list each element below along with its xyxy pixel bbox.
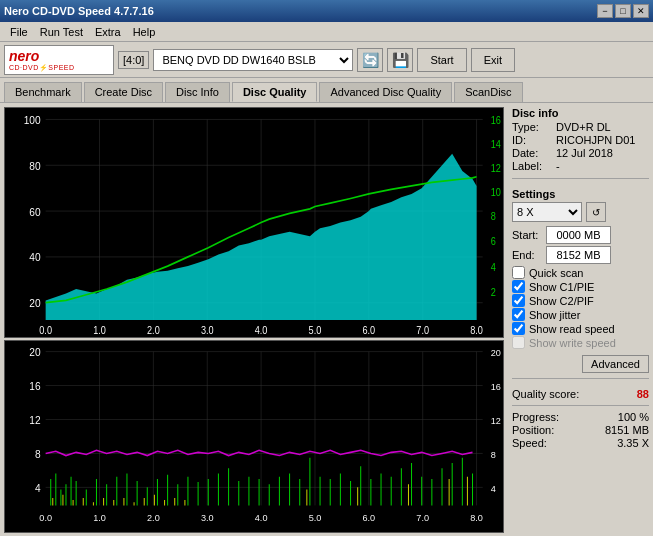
quality-value: 88 — [637, 388, 649, 400]
svg-text:7.0: 7.0 — [416, 513, 429, 523]
close-button[interactable]: ✕ — [633, 4, 649, 18]
svg-text:1.0: 1.0 — [93, 324, 106, 336]
svg-text:16: 16 — [29, 381, 41, 392]
svg-text:3.0: 3.0 — [201, 513, 214, 523]
show-read-speed-label: Show read speed — [529, 323, 615, 335]
position-value: 8151 MB — [605, 424, 649, 436]
show-read-speed-row: Show read speed — [512, 322, 649, 335]
svg-text:100: 100 — [24, 113, 41, 126]
show-c2-pif-checkbox[interactable] — [512, 294, 525, 307]
menu-runtest[interactable]: Run Test — [34, 24, 89, 40]
show-c1-pie-label: Show C1/PIE — [529, 281, 594, 293]
show-jitter-checkbox[interactable] — [512, 308, 525, 321]
position-label: Position: — [512, 424, 554, 436]
svg-text:2.0: 2.0 — [147, 513, 160, 523]
app-title: Nero CD-DVD Speed 4.7.7.16 — [4, 5, 154, 17]
svg-text:1.0: 1.0 — [93, 513, 106, 523]
disc-info-section: Disc info Type: DVD+R DL ID: RICOHJPN D0… — [512, 107, 649, 173]
menu-extra[interactable]: Extra — [89, 24, 127, 40]
disc-info-title: Disc info — [512, 107, 649, 119]
svg-text:14: 14 — [491, 139, 502, 151]
svg-text:5.0: 5.0 — [309, 513, 322, 523]
chart-container: 100 80 60 40 20 16 14 12 10 8 6 4 2 — [4, 107, 504, 533]
svg-text:12: 12 — [491, 163, 501, 175]
svg-text:20: 20 — [491, 348, 501, 358]
start-label: Start: — [512, 229, 542, 241]
svg-text:8: 8 — [35, 449, 41, 460]
start-mb-row: Start: — [512, 226, 649, 244]
id-row: ID: RICOHJPN D01 — [512, 134, 649, 146]
date-row: Date: 12 Jul 2018 — [512, 147, 649, 159]
svg-text:4: 4 — [491, 261, 497, 273]
top-chart-svg: 100 80 60 40 20 16 14 12 10 8 6 4 2 — [5, 108, 503, 337]
svg-text:20: 20 — [29, 347, 41, 358]
start-input[interactable] — [546, 226, 611, 244]
advanced-button[interactable]: Advanced — [582, 355, 649, 373]
svg-text:7.0: 7.0 — [416, 324, 429, 336]
show-write-speed-row: Show write speed — [512, 336, 649, 349]
svg-text:6.0: 6.0 — [363, 513, 376, 523]
speed-row-progress: Speed: 3.35 X — [512, 437, 649, 449]
show-c2-pif-label: Show C2/PIF — [529, 295, 594, 307]
quick-scan-checkbox[interactable] — [512, 266, 525, 279]
svg-text:4: 4 — [491, 484, 496, 494]
svg-text:5.0: 5.0 — [309, 324, 322, 336]
svg-text:80: 80 — [29, 159, 40, 172]
tab-create-disc[interactable]: Create Disc — [84, 82, 163, 102]
end-input[interactable] — [546, 246, 611, 264]
date-value: 12 Jul 2018 — [556, 147, 613, 159]
right-panel: Disc info Type: DVD+R DL ID: RICOHJPN D0… — [508, 103, 653, 536]
svg-text:16: 16 — [491, 382, 501, 392]
svg-text:12: 12 — [491, 416, 501, 426]
exit-button[interactable]: Exit — [471, 48, 515, 72]
show-c1-pie-row: Show C1/PIE — [512, 280, 649, 293]
svg-text:4.0: 4.0 — [255, 324, 268, 336]
logo: nero CD·DVD⚡SPEED — [4, 45, 114, 75]
tab-disc-quality[interactable]: Disc Quality — [232, 82, 318, 102]
svg-text:6: 6 — [491, 236, 496, 248]
progress-value: 100 % — [618, 411, 649, 423]
tab-scandisc[interactable]: ScanDisc — [454, 82, 522, 102]
refresh-icon-button[interactable]: 🔄 — [357, 48, 383, 72]
speed-refresh-button[interactable]: ↺ — [586, 202, 606, 222]
tab-benchmark[interactable]: Benchmark — [4, 82, 82, 102]
start-button[interactable]: Start — [417, 48, 466, 72]
show-jitter-label: Show jitter — [529, 309, 580, 321]
maximize-button[interactable]: □ — [615, 4, 631, 18]
type-row: Type: DVD+R DL — [512, 121, 649, 133]
speed-label: Speed: — [512, 437, 547, 449]
show-read-speed-checkbox[interactable] — [512, 322, 525, 335]
tab-advanced-disc-quality[interactable]: Advanced Disc Quality — [319, 82, 452, 102]
minimize-button[interactable]: − — [597, 4, 613, 18]
show-c1-pie-checkbox[interactable] — [512, 280, 525, 293]
save-icon-button[interactable]: 💾 — [387, 48, 413, 72]
svg-text:16: 16 — [491, 115, 501, 127]
type-label: Type: — [512, 121, 552, 133]
drive-select[interactable]: BENQ DVD DD DW1640 BSLB — [153, 49, 353, 71]
show-jitter-row: Show jitter — [512, 308, 649, 321]
menu-help[interactable]: Help — [127, 24, 162, 40]
progress-row: Progress: 100 % — [512, 411, 649, 423]
end-label: End: — [512, 249, 542, 261]
settings-section: Settings 8 X ↺ Start: End: Quick scan — [512, 184, 649, 373]
show-write-speed-checkbox[interactable] — [512, 336, 525, 349]
logo-text: nero — [9, 48, 75, 64]
tab-disc-info[interactable]: Disc Info — [165, 82, 230, 102]
window-controls: − □ ✕ — [597, 4, 649, 18]
menu-file[interactable]: File — [4, 24, 34, 40]
speed-select[interactable]: 8 X — [512, 202, 582, 222]
type-value: DVD+R DL — [556, 121, 611, 133]
svg-text:6.0: 6.0 — [362, 324, 375, 336]
top-chart: 100 80 60 40 20 16 14 12 10 8 6 4 2 — [4, 107, 504, 338]
end-mb-row: End: — [512, 246, 649, 264]
position-row: Position: 8151 MB — [512, 424, 649, 436]
show-write-speed-label: Show write speed — [529, 337, 616, 349]
bottom-chart: 20 16 12 8 4 20 16 12 8 4 — [4, 340, 504, 533]
toolbar: nero CD·DVD⚡SPEED [4:0] BENQ DVD DD DW16… — [0, 42, 653, 78]
quick-scan-row: Quick scan — [512, 266, 649, 279]
quick-scan-label: Quick scan — [529, 267, 583, 279]
svg-text:8.0: 8.0 — [470, 513, 483, 523]
drive-label: [4:0] — [118, 51, 149, 69]
id-label: ID: — [512, 134, 552, 146]
svg-text:12: 12 — [29, 415, 41, 426]
